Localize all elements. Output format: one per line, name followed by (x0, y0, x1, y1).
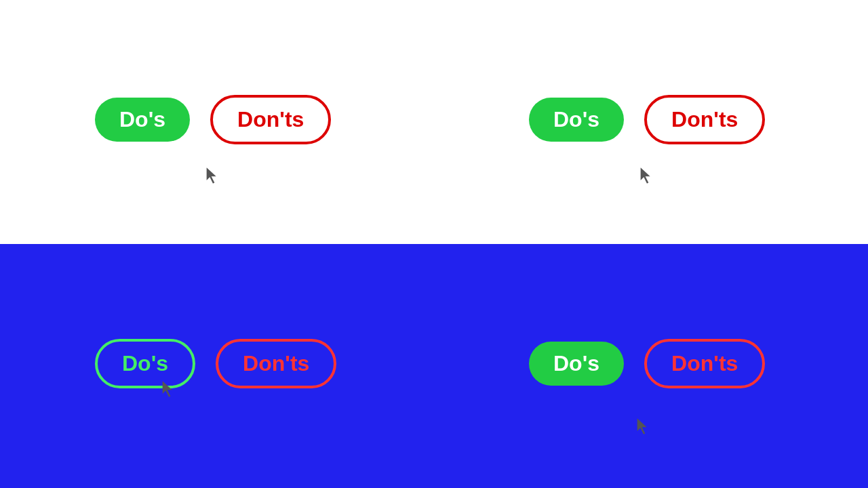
bottom-right-group: Do's Don'ts (529, 339, 765, 388)
bottom-left-group: Do's Don'ts (95, 339, 336, 388)
bottom-right-donts-button[interactable]: Don'ts (644, 339, 765, 388)
top-right-donts-button[interactable]: Don'ts (644, 95, 765, 144)
bottom-left-dos-button[interactable]: Do's (95, 339, 195, 388)
bottom-section: Do's Don'ts Do's Don'ts (0, 244, 868, 488)
bottom-right-dos-button[interactable]: Do's (529, 342, 624, 386)
top-right-dos-button[interactable]: Do's (529, 98, 624, 142)
top-section: Do's Don'ts Do's Don'ts (0, 0, 868, 244)
top-left-dos-button[interactable]: Do's (95, 98, 190, 142)
top-left-donts-button[interactable]: Don'ts (210, 95, 331, 144)
bottom-left-donts-button[interactable]: Don'ts (216, 339, 336, 388)
top-right-group: Do's Don'ts (529, 95, 765, 144)
top-left-group: Do's Don'ts (95, 95, 331, 144)
